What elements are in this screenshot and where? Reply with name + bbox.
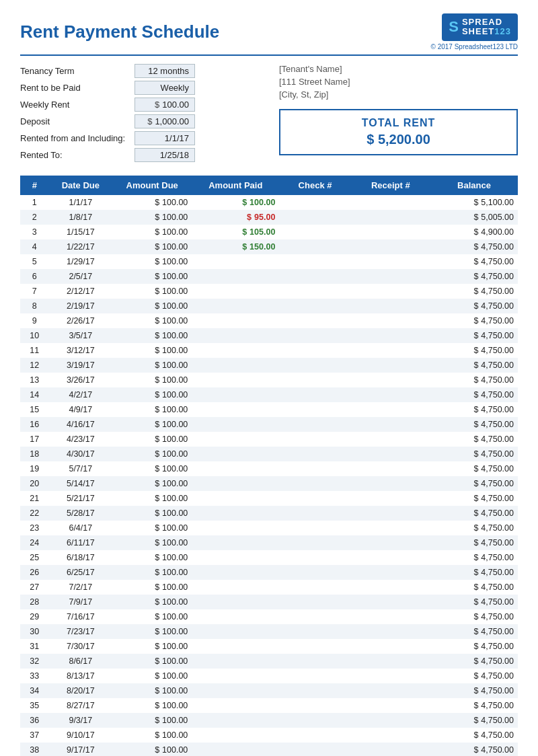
- cell-num: 17: [20, 432, 49, 447]
- cell-balance: $5,100.00: [430, 195, 518, 210]
- cell-receipt: [351, 254, 430, 269]
- tenant-name: [Tenant's Name]: [279, 64, 518, 74]
- cell-num: 20: [20, 476, 49, 491]
- cell-amount-paid: [192, 713, 279, 728]
- cell-balance: $4,750.00: [430, 284, 518, 299]
- rented-from-label: Rented from and Including:: [20, 133, 134, 143]
- cell-balance: $4,750.00: [430, 239, 518, 254]
- cell-amount-due: $100.00: [112, 595, 192, 609]
- cell-receipt: [351, 284, 430, 299]
- cell-amount-due: $100.00: [112, 387, 192, 402]
- cell-receipt: [351, 373, 430, 387]
- cell-check: [279, 713, 350, 728]
- cell-check: [279, 624, 350, 639]
- cell-amount-due: $100.00: [112, 565, 192, 580]
- cell-receipt: [351, 195, 430, 210]
- cell-amount-paid: [192, 624, 279, 639]
- cell-balance: $4,750.00: [430, 506, 518, 521]
- cell-num: 21: [20, 491, 49, 506]
- cell-amount-paid: [192, 683, 279, 698]
- cell-receipt: [351, 639, 430, 654]
- cell-num: 27: [20, 580, 49, 595]
- table-row: 31/15/17$100.00$105.00$4,900.00: [20, 225, 518, 239]
- cell-check: [279, 506, 350, 521]
- table-row: 205/14/17$100.00$4,750.00: [20, 476, 518, 491]
- cell-receipt: [351, 595, 430, 609]
- cell-receipt: [351, 743, 430, 756]
- cell-num: 14: [20, 387, 49, 402]
- cell-num: 12: [20, 358, 49, 373]
- cell-amount-paid: $95.00: [192, 210, 279, 225]
- cell-amount-due: $100.00: [112, 669, 192, 683]
- cell-balance: $4,750.00: [430, 491, 518, 506]
- cell-num: 11: [20, 343, 49, 358]
- cell-amount-paid: [192, 417, 279, 432]
- payment-table: # Date Due Amount Due Amount Paid Check …: [20, 176, 518, 756]
- cell-date: 7/2/17: [49, 580, 113, 595]
- cell-receipt: [351, 669, 430, 683]
- table-row: 328/6/17$100.00$4,750.00: [20, 654, 518, 669]
- cell-receipt: [351, 225, 430, 239]
- cell-num: 30: [20, 624, 49, 639]
- logo-text: SPREAD SHEET123: [462, 17, 511, 37]
- table-row: 103/5/17$100.00$4,750.00: [20, 328, 518, 343]
- weekly-rent-row: Weekly Rent $ 100.00: [20, 98, 259, 112]
- table-row: 144/2/17$100.00$4,750.00: [20, 387, 518, 402]
- cell-amount-paid: [192, 639, 279, 654]
- cell-amount-due: $100.00: [112, 639, 192, 654]
- cell-balance: $4,750.00: [430, 432, 518, 447]
- cell-check: [279, 609, 350, 624]
- cell-amount-paid: [192, 595, 279, 609]
- cell-amount-due: $100.00: [112, 299, 192, 313]
- table-header-row: # Date Due Amount Due Amount Paid Check …: [20, 176, 518, 195]
- cell-amount-due: $100.00: [112, 269, 192, 284]
- cell-receipt: [351, 654, 430, 669]
- cell-check: [279, 698, 350, 713]
- cell-num: 7: [20, 284, 49, 299]
- cell-check: [279, 476, 350, 491]
- rented-to-value: 1/25/18: [134, 148, 195, 162]
- cell-check: [279, 417, 350, 432]
- rent-paid-value: Weekly: [134, 81, 195, 95]
- col-balance: Balance: [430, 176, 518, 195]
- cell-num: 38: [20, 743, 49, 756]
- table-row: 72/12/17$100.00$4,750.00: [20, 284, 518, 299]
- cell-amount-due: $100.00: [112, 609, 192, 624]
- cell-amount-paid: [192, 269, 279, 284]
- cell-date: 2/19/17: [49, 299, 113, 313]
- cell-receipt: [351, 387, 430, 402]
- cell-balance: $4,750.00: [430, 565, 518, 580]
- cell-amount-due: $100.00: [112, 728, 192, 743]
- table-row: 266/25/17$100.00$4,750.00: [20, 565, 518, 580]
- cell-date: 7/23/17: [49, 624, 113, 639]
- table-row: 389/17/17$100.00$4,750.00: [20, 743, 518, 756]
- cell-amount-due: $100.00: [112, 417, 192, 432]
- table-row: 225/28/17$100.00$4,750.00: [20, 506, 518, 521]
- cell-balance: $4,750.00: [430, 254, 518, 269]
- cell-balance: $4,750.00: [430, 387, 518, 402]
- cell-amount-paid: [192, 728, 279, 743]
- deposit-value: $ 1,000.00: [134, 114, 195, 128]
- cell-amount-paid: [192, 565, 279, 580]
- cell-num: 1: [20, 195, 49, 210]
- cell-date: 4/23/17: [49, 432, 113, 447]
- cell-check: [279, 284, 350, 299]
- table-row: 123/19/17$100.00$4,750.00: [20, 358, 518, 373]
- tenant-street: [111 Street Name]: [279, 77, 518, 87]
- logo-box: S SPREAD SHEET123 © 2017 Spreadsheet123 …: [431, 13, 518, 50]
- cell-amount-paid: [192, 432, 279, 447]
- cell-receipt: [351, 358, 430, 373]
- cell-date: 4/2/17: [49, 387, 113, 402]
- cell-amount-due: $100.00: [112, 713, 192, 728]
- cell-balance: $4,750.00: [430, 269, 518, 284]
- cell-receipt: [351, 299, 430, 313]
- cell-date: 7/16/17: [49, 609, 113, 624]
- cell-num: 29: [20, 609, 49, 624]
- cell-amount-due: $100.00: [112, 624, 192, 639]
- cell-amount-due: $100.00: [112, 698, 192, 713]
- cell-date: 5/14/17: [49, 476, 113, 491]
- cell-amount-due: $100.00: [112, 432, 192, 447]
- cell-amount-due: $100.00: [112, 239, 192, 254]
- cell-date: 9/3/17: [49, 713, 113, 728]
- cell-date: 1/22/17: [49, 239, 113, 254]
